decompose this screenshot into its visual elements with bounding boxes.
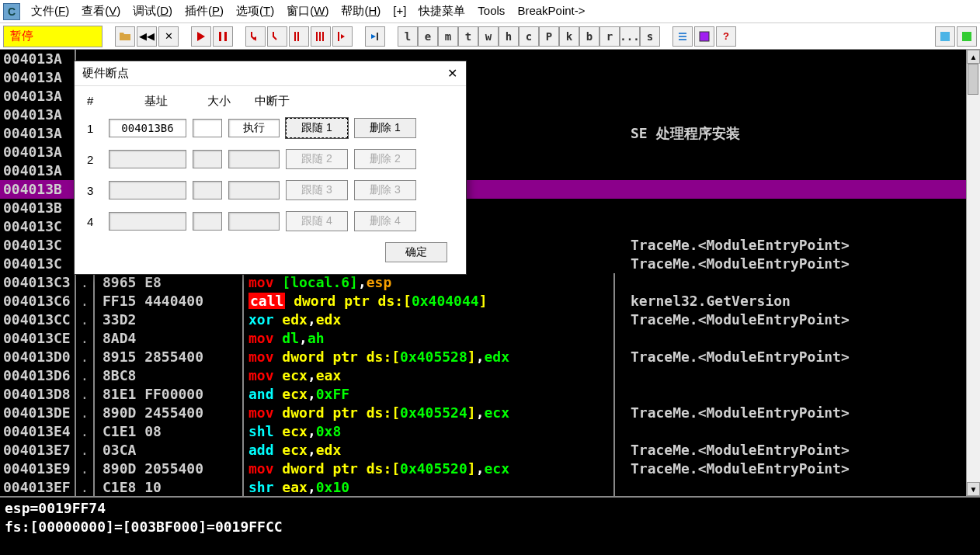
execute-till-return-button[interactable] <box>332 26 353 47</box>
dialog-title: 硬件断点 <box>82 66 129 81</box>
view-m-button[interactable]: m <box>438 26 458 47</box>
window-button[interactable] <box>694 26 714 47</box>
header-num: # <box>87 94 115 109</box>
toolbar: 暂停 ◀◀ ✕ lemtwhcPkbr...s ? <box>0 23 980 50</box>
size-input[interactable] <box>193 119 222 137</box>
pause-button[interactable]: 暂停 <box>3 26 103 47</box>
menu-item[interactable]: 窗口(W) <box>280 2 335 21</box>
view-b-button[interactable]: b <box>579 26 599 47</box>
scroll-thumb[interactable] <box>968 64 978 95</box>
menu-item[interactable]: 插件(P) <box>179 2 230 21</box>
svg-rect-2 <box>377 33 378 40</box>
svg-rect-0 <box>219 32 221 41</box>
follow-button[interactable]: 跟随 1 <box>286 118 348 138</box>
base-input[interactable] <box>109 212 186 231</box>
header-break: 中断于 <box>241 94 303 109</box>
pause-tb-button[interactable] <box>213 26 233 47</box>
disasm-row[interactable]: 004013CC.33D2xor edx,edxTraceMe.<ModuleE… <box>0 310 980 329</box>
view-c-button[interactable]: c <box>519 26 539 47</box>
hw-bp-row: 1跟随 1删除 1 <box>87 118 454 138</box>
ok-button[interactable]: 确定 <box>385 242 447 262</box>
hw-bp-row: 2跟随 2删除 2 <box>87 149 454 169</box>
close-icon[interactable]: ✕ <box>443 64 461 83</box>
step-into-button[interactable] <box>245 26 266 47</box>
delete-button[interactable]: 删除 2 <box>354 149 416 169</box>
step-over-button[interactable] <box>267 26 287 47</box>
break-input[interactable] <box>228 212 280 231</box>
aux2-button[interactable] <box>957 26 977 47</box>
disasm-row[interactable]: 004013E9.890D 2055400mov dword ptr ds:[0… <box>0 460 980 478</box>
scroll-up-icon[interactable]: ▲ <box>967 50 980 64</box>
view-P-button[interactable]: P <box>539 26 559 47</box>
header-size: 大小 <box>197 94 241 109</box>
svg-rect-3 <box>700 32 709 41</box>
aux1-button[interactable] <box>935 26 955 47</box>
svg-rect-1 <box>224 32 227 41</box>
delete-button[interactable]: 删除 4 <box>354 211 416 231</box>
svg-rect-4 <box>940 32 950 41</box>
status-line-2: fs:[00000000]=[003BF000]=0019FFCC <box>5 518 975 536</box>
disasm-row[interactable]: 004013D0.8915 2855400mov dword ptr ds:[0… <box>0 348 980 366</box>
disasm-row[interactable]: 004013CE.8AD4mov dl,ah <box>0 329 980 348</box>
base-input[interactable] <box>109 119 186 137</box>
dialog-header-row: # 基址 大小 中断于 <box>87 94 454 109</box>
list-button[interactable] <box>672 26 693 47</box>
menu-item[interactable]: [+] <box>387 2 412 21</box>
disasm-row[interactable]: 004013EF.C1E8 10shr eax,0x10 <box>0 478 980 496</box>
run-button[interactable] <box>191 26 211 47</box>
menu-item[interactable]: 快捷菜单 <box>412 2 471 21</box>
size-input[interactable] <box>193 150 222 168</box>
view-t-button[interactable]: t <box>458 26 478 47</box>
view-k-button[interactable]: k <box>559 26 579 47</box>
menu-item[interactable]: 选项(T) <box>230 2 280 21</box>
trace-over-button[interactable] <box>311 26 331 47</box>
size-input[interactable] <box>193 212 222 231</box>
disasm-row[interactable]: 004013E7.03CAadd ecx,edxTraceMe.<ModuleE… <box>0 441 980 460</box>
disasm-row[interactable]: 004013D6.8BC8mov ecx,eax <box>0 366 980 385</box>
menu-item[interactable]: Tools <box>471 2 511 21</box>
size-input[interactable] <box>193 181 222 199</box>
menu-item[interactable]: 文件(F) <box>25 2 75 21</box>
hw-breakpoint-dialog: 硬件断点 ✕ # 基址 大小 中断于 1跟随 1删除 12跟随 2删除 23跟随… <box>74 61 467 275</box>
rewind-button[interactable]: ◀◀ <box>137 26 157 47</box>
follow-button[interactable]: 跟随 4 <box>286 211 348 231</box>
status-bar: esp=0019FF74 fs:[00000000]=[003BF000]=00… <box>0 496 980 555</box>
view-r-button[interactable]: r <box>599 26 620 47</box>
delete-button[interactable]: 删除 1 <box>354 118 416 138</box>
dialog-titlebar[interactable]: 硬件断点 ✕ <box>75 61 466 86</box>
break-input[interactable] <box>228 150 280 168</box>
menu-item[interactable]: 帮助(H) <box>335 2 387 21</box>
view-l-button[interactable]: l <box>398 26 418 47</box>
close-button[interactable]: ✕ <box>158 26 179 47</box>
break-input[interactable] <box>228 181 280 199</box>
hw-bp-row: 3跟随 3删除 3 <box>87 180 454 200</box>
trace-into-button[interactable] <box>289 26 309 47</box>
goto-button[interactable] <box>365 26 385 47</box>
disasm-row[interactable]: 004013C3.8965 E8mov [local.6],esp <box>0 273 980 292</box>
view-s-button[interactable]: s <box>640 26 660 47</box>
hw-bp-row: 4跟随 4删除 4 <box>87 211 454 231</box>
disasm-row[interactable]: 004013C6.FF15 4440400call dword ptr ds:[… <box>0 292 980 310</box>
disasm-row[interactable]: 004013D8.81E1 FF00000and ecx,0xFF <box>0 385 980 404</box>
follow-button[interactable]: 跟随 3 <box>286 180 348 200</box>
break-input[interactable] <box>228 119 280 137</box>
disasm-row[interactable]: 004013E4.C1E1 08shl ecx,0x8 <box>0 422 980 441</box>
view-e-button[interactable]: e <box>418 26 438 47</box>
disasm-row[interactable]: 004013DE.890D 2455400mov dword ptr ds:[0… <box>0 404 980 422</box>
base-input[interactable] <box>109 181 186 199</box>
vertical-scrollbar[interactable]: ▲ ▼ <box>966 50 980 496</box>
menu-item[interactable]: 查看(V) <box>75 2 127 21</box>
menu-item[interactable]: 调试(D) <box>127 2 179 21</box>
open-button[interactable] <box>115 26 135 47</box>
menu-item[interactable]: BreakPoint-> <box>511 2 591 21</box>
scroll-down-icon[interactable]: ▼ <box>967 482 980 496</box>
menubar: C 文件(F)查看(V)调试(D)插件(P)选项(T)窗口(W)帮助(H)[+]… <box>0 0 980 23</box>
view-...-button[interactable]: ... <box>620 26 640 47</box>
base-input[interactable] <box>109 150 186 168</box>
help-button[interactable]: ? <box>716 26 736 47</box>
follow-button[interactable]: 跟随 2 <box>286 149 348 169</box>
view-h-button[interactable]: h <box>499 26 519 47</box>
view-w-button[interactable]: w <box>478 26 499 47</box>
app-icon: C <box>3 3 20 20</box>
delete-button[interactable]: 删除 3 <box>354 180 416 200</box>
